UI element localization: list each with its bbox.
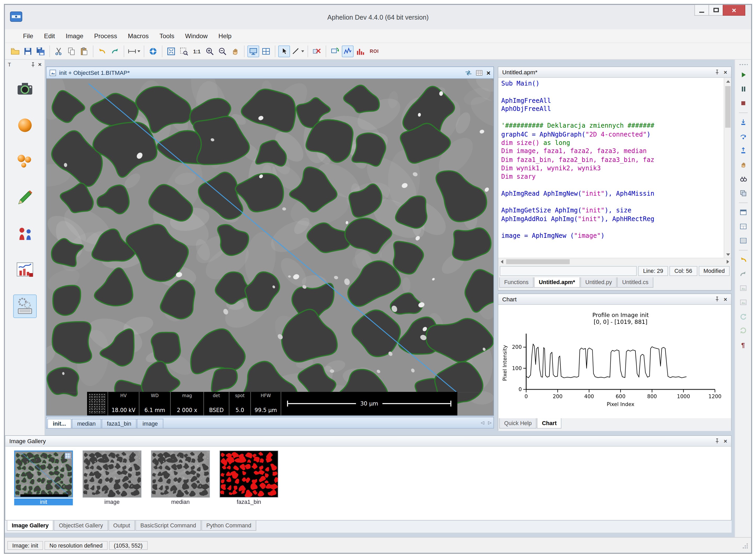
pin-icon[interactable] — [714, 70, 720, 75]
gallery-item-faza1-bin[interactable]: faza1_bin — [220, 451, 278, 505]
single-view-icon[interactable] — [247, 45, 259, 57]
resize-grip[interactable] — [741, 541, 749, 549]
pin-icon[interactable] — [714, 438, 720, 444]
vertical-scrollbar[interactable] — [724, 78, 731, 258]
tile-view-icon[interactable] — [260, 45, 272, 57]
micrograph-image[interactable] — [47, 79, 493, 415]
profile-chart-icon[interactable] — [342, 45, 354, 57]
menu-item-tools[interactable]: Tools — [154, 29, 180, 43]
refresh-icon[interactable] — [738, 311, 748, 321]
tab-scroll-right-icon[interactable]: ▷ — [486, 420, 493, 425]
image-tab-median[interactable]: median — [72, 419, 101, 428]
redo-icon[interactable] — [738, 269, 748, 279]
menu-item-image[interactable]: Image — [60, 29, 89, 43]
image-tab-init[interactable]: init... — [47, 419, 71, 428]
objectset-grid-icon[interactable] — [476, 69, 483, 76]
fit-window-icon[interactable] — [465, 69, 472, 76]
gallery-item-init[interactable]: init — [14, 451, 73, 505]
step-into-icon[interactable] — [738, 118, 748, 127]
panel-tab-chart[interactable]: Chart — [537, 418, 562, 429]
menu-item-help[interactable]: Help — [213, 29, 237, 43]
watch-window-icon[interactable] — [738, 222, 748, 231]
roi-tools-button[interactable]: ROI — [367, 45, 381, 57]
close-icon[interactable]: × — [724, 438, 727, 444]
minimize-button[interactable] — [694, 5, 709, 16]
recycle-icon[interactable] — [738, 326, 748, 335]
menu-item-edit[interactable]: Edit — [39, 29, 60, 43]
zoom-region-icon[interactable] — [178, 45, 190, 57]
dropdown-arrow-icon[interactable] — [301, 50, 304, 52]
menu-item-process[interactable]: Process — [89, 29, 122, 43]
close-icon[interactable]: × — [724, 296, 727, 302]
paragraph-marks-icon[interactable]: ¶ — [738, 340, 748, 350]
gallery-item-image[interactable]: image — [83, 451, 141, 505]
zoom-out-icon[interactable] — [217, 45, 229, 57]
scroll-up-icon[interactable] — [724, 78, 731, 84]
segmentation-sphere-tool[interactable] — [13, 113, 36, 137]
bottom-tab-output[interactable]: Output — [108, 521, 135, 531]
code-editor[interactable]: Sub Main() AphImgFreeAllAphObjFreeAll '#… — [498, 78, 731, 258]
cut-icon[interactable] — [53, 45, 64, 57]
layers-icon[interactable] — [738, 188, 748, 198]
macro-keyboard-tool[interactable] — [13, 295, 36, 318]
pin-icon[interactable] — [30, 62, 36, 68]
close-icon[interactable]: × — [724, 69, 727, 75]
image-canvas-area[interactable]: HV18.00 kVWD6.1 mmmag2 000 xdetBSEDspot5… — [47, 79, 493, 415]
bottom-tab-python-command[interactable]: Python Command — [201, 521, 256, 531]
particles-tool[interactable] — [13, 150, 36, 173]
delete-roi-icon[interactable] — [311, 45, 323, 57]
pointer-tool-icon[interactable] — [278, 45, 290, 57]
gallery-item-median[interactable]: median — [151, 451, 210, 505]
undo-icon[interactable] — [738, 255, 748, 264]
pan-hand-icon[interactable] — [229, 45, 241, 57]
measure-tool-icon[interactable] — [127, 45, 141, 57]
close-icon[interactable]: × — [487, 69, 490, 76]
bottom-tab-objectset-gallery[interactable]: ObjectSet Gallery — [54, 521, 108, 531]
image-tab-faza1-bin[interactable]: faza1_bin — [101, 419, 136, 428]
menu-item-file[interactable]: File — [18, 29, 38, 43]
calibration-icon[interactable] — [147, 45, 159, 57]
redo-icon[interactable] — [109, 45, 121, 57]
maximize-button[interactable] — [709, 5, 723, 16]
dropdown-arrow-icon[interactable] — [137, 50, 140, 52]
step-out-icon[interactable] — [738, 146, 748, 155]
undo-icon[interactable] — [96, 45, 108, 57]
open-icon[interactable] — [9, 45, 21, 57]
pin-icon[interactable] — [714, 297, 720, 302]
scrollbar-thumb[interactable] — [506, 259, 570, 264]
image-tab-image[interactable]: image — [137, 419, 163, 428]
editor-tab-untitled-apm[interactable]: Untitled.apm* — [534, 277, 580, 287]
zoom-1to1-button[interactable]: 1:1 — [191, 45, 203, 57]
horizontal-scrollbar[interactable] — [498, 258, 731, 264]
code-text[interactable]: Sub Main() AphImgFreeAllAphObjFreeAll '#… — [501, 79, 723, 240]
scroll-down-icon[interactable] — [724, 251, 731, 258]
step-over-icon[interactable] — [738, 132, 748, 141]
hand-tool-icon[interactable] — [738, 160, 748, 170]
save-icon[interactable] — [22, 45, 34, 57]
close-icon[interactable]: × — [38, 62, 42, 68]
pause-icon[interactable] — [738, 84, 748, 94]
stop-icon[interactable] — [738, 98, 748, 108]
scroll-left-icon[interactable] — [498, 258, 505, 265]
zoom-fit-icon[interactable] — [165, 45, 177, 57]
menu-item-window[interactable]: Window — [180, 29, 213, 43]
bottom-tab-basicscript-command[interactable]: BasicScript Command — [135, 521, 201, 531]
locals-window-icon[interactable] — [738, 236, 748, 245]
scrollbar-thumb[interactable] — [725, 86, 731, 128]
paste-icon[interactable] — [78, 45, 90, 57]
tab-scroll-left-icon[interactable]: ◁ — [479, 420, 486, 425]
panel-tab-quick-help[interactable]: Quick Help — [499, 418, 537, 429]
editor-tab-untitled-py[interactable]: Untitled.py — [580, 277, 617, 287]
binoculars-icon[interactable] — [738, 174, 748, 184]
scroll-right-icon[interactable] — [724, 258, 731, 265]
toolbar-handle-icon[interactable] — [739, 64, 748, 66]
copy-icon[interactable] — [66, 45, 77, 57]
zoom-in-icon[interactable] — [204, 45, 216, 57]
object-analysis-tool[interactable] — [13, 222, 36, 246]
save-all-icon[interactable] — [35, 45, 47, 57]
bottom-tab-image-gallery[interactable]: Image Gallery — [7, 521, 53, 531]
previous-image-icon[interactable] — [738, 283, 748, 293]
histogram-icon[interactable] — [355, 45, 366, 57]
menu-item-macros[interactable]: Macros — [122, 29, 154, 43]
acquisition-camera-tool[interactable] — [13, 77, 36, 101]
